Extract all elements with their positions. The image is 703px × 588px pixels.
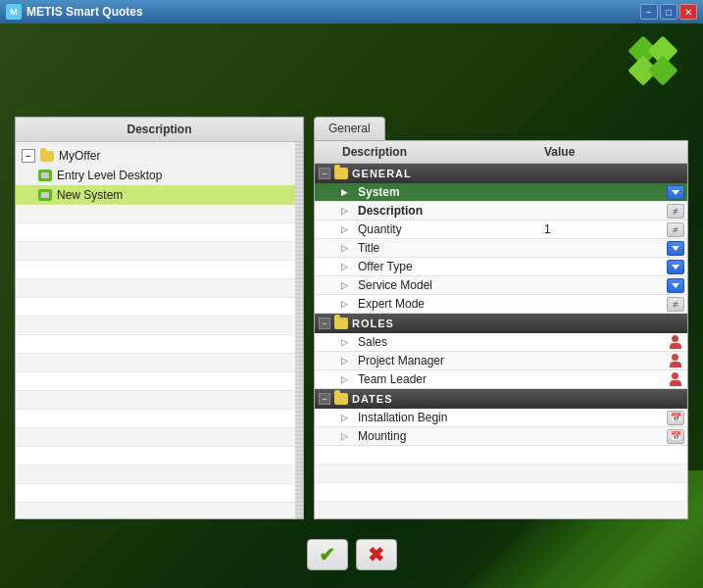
- prop-name-sales: Sales: [354, 335, 536, 349]
- prop-name-expert-mode: Expert Mode: [354, 297, 536, 311]
- prop-action-quantity[interactable]: ≠: [664, 222, 687, 237]
- empty-row: [16, 279, 295, 298]
- check-icon: ✔: [319, 543, 335, 566]
- neq-button-description[interactable]: ≠: [667, 204, 684, 219]
- section-general: − GENERAL: [315, 164, 687, 183]
- prop-action-system[interactable]: [664, 185, 687, 200]
- empty-row: [315, 483, 687, 502]
- right-content: Description Value − GENERAL ▶ System: [314, 140, 688, 519]
- tree-label-entry: Entry Level Desktop: [57, 169, 162, 182]
- section-label-dates: DATES: [352, 393, 392, 405]
- person-button-project-manager[interactable]: [667, 354, 684, 368]
- tree-item-new-system[interactable]: New System: [16, 185, 295, 205]
- empty-row: [16, 261, 295, 279]
- prop-row-title[interactable]: ▷ Title: [315, 239, 687, 258]
- maximize-button[interactable]: □: [660, 4, 678, 20]
- tree-area: − MyOffer Entry Level Desktop: [16, 142, 295, 518]
- section-roles: − ROLES: [315, 314, 687, 333]
- prop-action-expert-mode[interactable]: ≠: [664, 297, 687, 312]
- section-folder-icon-dates: [334, 393, 348, 405]
- date-button-mounting[interactable]: 📅: [667, 429, 684, 444]
- section-collapse-roles[interactable]: −: [319, 318, 330, 329]
- empty-row: [16, 484, 295, 503]
- prop-name-description: Description: [354, 204, 536, 218]
- col-header-action: [664, 141, 687, 163]
- person-button-sales[interactable]: [667, 335, 684, 350]
- dropdown-button-offer-type[interactable]: [667, 260, 684, 274]
- dropdown-button-service-model[interactable]: [667, 278, 684, 293]
- dropdown-arrow-icon: [672, 283, 679, 288]
- prop-row-quantity[interactable]: ▷ Quantity 1 ≠: [315, 220, 687, 239]
- prop-action-sales[interactable]: [664, 335, 687, 350]
- app-icon: M: [6, 4, 22, 20]
- prop-header-row: Description Value: [315, 141, 687, 164]
- prop-row-sales[interactable]: ▷ Sales: [315, 333, 687, 352]
- close-button[interactable]: ✕: [679, 4, 697, 20]
- prop-action-team-leader[interactable]: [664, 372, 687, 387]
- prop-name-quantity: Quantity: [354, 222, 536, 236]
- section-label-roles: ROLES: [352, 318, 394, 329]
- dropdown-button-system[interactable]: [667, 185, 684, 200]
- empty-row: [16, 372, 295, 391]
- panel-resize-handle[interactable]: [295, 142, 303, 518]
- empty-row: [16, 410, 295, 428]
- empty-row: [16, 223, 295, 242]
- dropdown-button-title[interactable]: [667, 241, 684, 256]
- prop-row-project-manager[interactable]: ▷ Project Manager: [315, 352, 687, 370]
- person-button-team-leader[interactable]: [667, 372, 684, 387]
- prop-row-expert-mode[interactable]: ▷ Expert Mode ≠: [315, 295, 687, 314]
- tree-label-myoffer: MyOffer: [59, 149, 100, 163]
- empty-row: [16, 242, 295, 261]
- prop-value-quantity: 1: [536, 222, 664, 236]
- prop-row-service-model[interactable]: ▷ Service Model: [315, 276, 687, 295]
- tree-item-entry-level-desktop[interactable]: Entry Level Desktop: [16, 166, 295, 185]
- section-collapse-dates[interactable]: −: [319, 393, 330, 405]
- window-controls: − □ ✕: [640, 4, 697, 20]
- empty-row: [315, 502, 687, 519]
- confirm-button[interactable]: ✔: [307, 539, 348, 570]
- chevron-icon-system: ▶: [334, 187, 354, 197]
- prop-row-offer-type[interactable]: ▷ Offer Type: [315, 258, 687, 276]
- prop-row-installation-begin[interactable]: ▷ Installation Begin 📅: [315, 409, 687, 427]
- logo: [625, 38, 683, 97]
- dropdown-arrow-icon: [672, 246, 679, 251]
- prop-name-installation-begin: Installation Begin: [354, 411, 536, 424]
- minimize-button[interactable]: −: [640, 4, 658, 20]
- empty-row: [16, 428, 295, 447]
- chevron-icon-description: ▷: [334, 206, 354, 216]
- prop-action-installation-begin[interactable]: 📅: [664, 411, 687, 425]
- empty-row: [16, 354, 295, 372]
- prop-action-description[interactable]: ≠: [664, 204, 687, 219]
- prop-name-project-manager: Project Manager: [354, 354, 536, 368]
- tree-expand-myoffer[interactable]: −: [22, 149, 35, 163]
- prop-action-mounting[interactable]: 📅: [664, 429, 687, 444]
- prop-row-mounting[interactable]: ▷ Mounting 📅: [315, 427, 687, 446]
- tree-item-myoffer[interactable]: − MyOffer: [16, 146, 295, 166]
- tab-general[interactable]: General: [314, 117, 385, 140]
- prop-action-project-manager[interactable]: [664, 354, 687, 368]
- prop-row-description[interactable]: ▷ Description ≠: [315, 202, 687, 220]
- dropdown-arrow-icon: [672, 190, 679, 195]
- prop-action-title[interactable]: [664, 241, 687, 256]
- bottom-bar: ✔ ✖: [0, 539, 703, 570]
- dropdown-arrow-icon: [672, 265, 679, 270]
- cancel-button[interactable]: ✖: [356, 539, 397, 570]
- prop-action-service-model[interactable]: [664, 278, 687, 293]
- neq-button-quantity[interactable]: ≠: [667, 222, 684, 237]
- empty-row: [16, 391, 295, 410]
- empty-row: [16, 466, 295, 484]
- prop-row-team-leader[interactable]: ▷ Team Leader: [315, 370, 687, 389]
- section-collapse-general[interactable]: −: [319, 168, 330, 179]
- neq-button-expert-mode[interactable]: ≠: [667, 297, 684, 312]
- title-bar: M METIS Smart Quotes − □ ✕: [0, 0, 703, 24]
- prop-action-offer-type[interactable]: [664, 260, 687, 274]
- prop-row-system[interactable]: ▶ System: [315, 183, 687, 202]
- section-label-general: GENERAL: [352, 168, 412, 179]
- tree-label-new-system: New System: [57, 188, 123, 202]
- cancel-icon: ✖: [368, 543, 384, 566]
- right-panel: General Description Value − GENERAL: [314, 117, 688, 519]
- chevron-icon-expert-mode: ▷: [334, 299, 354, 309]
- date-button-installation[interactable]: 📅: [667, 411, 684, 425]
- app-title: METIS Smart Quotes: [26, 5, 635, 19]
- empty-row: [16, 503, 295, 518]
